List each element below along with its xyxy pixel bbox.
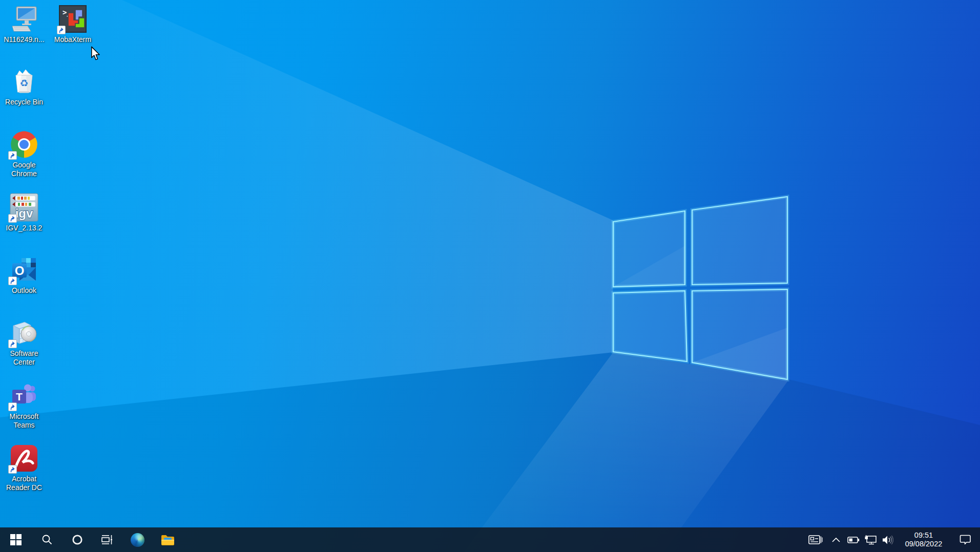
volume-button[interactable] xyxy=(879,527,897,552)
mouse-cursor xyxy=(91,46,101,63)
icon-label: Microsoft Teams xyxy=(1,412,48,429)
recycle-bin-icon: ♻ xyxy=(9,67,39,96)
file-explorer-icon xyxy=(161,534,175,545)
clock-date: 09/08/2022 xyxy=(899,540,948,548)
icon-label: Outlook xyxy=(12,286,36,295)
cortana-button[interactable] xyxy=(62,527,92,552)
shortcut-arrow-icon xyxy=(8,402,17,411)
windows-flag-icon xyxy=(10,534,22,545)
action-center-icon xyxy=(960,535,971,545)
taskbar-empty-area[interactable] xyxy=(183,527,804,552)
svg-text:T: T xyxy=(16,391,23,402)
icon-label: N116249.n... xyxy=(4,35,44,44)
svg-text:O: O xyxy=(15,264,25,278)
search-icon xyxy=(41,534,53,545)
desktop-icon-recycle-bin[interactable]: ♻ Recycle Bin xyxy=(1,67,48,107)
shortcut-arrow-icon xyxy=(8,151,17,160)
system-tray: 09:51 09/08/2022 xyxy=(804,527,980,552)
search-button[interactable] xyxy=(32,527,62,552)
windows-desktop: { "desktop": { "icons": [ { "id": "compu… xyxy=(0,0,980,552)
desktop-icon-acrobat-reader[interactable]: Acrobat Reader DC xyxy=(1,443,48,492)
icon-label: IGV_2.13.2 xyxy=(6,224,43,232)
edge-button[interactable] xyxy=(122,527,153,552)
svg-text:♻: ♻ xyxy=(19,78,28,89)
desktop-icon-outlook[interactable]: O Outlook xyxy=(1,255,48,295)
desktop-icon-computer[interactable]: N116249.n... xyxy=(1,4,48,44)
show-hidden-icons-button[interactable] xyxy=(827,527,845,552)
desktop-icon-mobaxterm[interactable]: >_ MobaXterm xyxy=(49,4,96,44)
desktop-icon-microsoft-teams[interactable]: T Microsoft Teams xyxy=(1,381,48,429)
task-view-icon xyxy=(101,534,113,545)
news-and-interests-button[interactable] xyxy=(804,527,827,552)
news-and-interests-icon xyxy=(808,535,823,545)
file-explorer-button[interactable] xyxy=(153,527,183,552)
taskbar: 09:51 09/08/2022 xyxy=(0,527,980,552)
shortcut-arrow-icon xyxy=(8,465,17,474)
desktop-icon-igv[interactable]: igv IGV_2.13.2 xyxy=(1,193,48,232)
icon-label: Software Center xyxy=(1,349,48,366)
shortcut-arrow-icon xyxy=(8,277,17,285)
desktop-icon-software-center[interactable]: Software Center xyxy=(1,318,48,366)
icon-label: Recycle Bin xyxy=(5,98,43,107)
task-view-button[interactable] xyxy=(92,527,122,552)
desktop-icon-google-chrome[interactable]: Google Chrome xyxy=(1,130,48,178)
battery-icon xyxy=(847,535,860,545)
chevron-up-icon xyxy=(832,538,840,542)
edge-icon xyxy=(131,533,144,547)
svg-text:igv: igv xyxy=(15,206,33,220)
cortana-ring-icon xyxy=(71,534,84,546)
desktop-surface[interactable]: N116249.n... >_ MobaXterm xyxy=(0,0,980,527)
icon-label: MobaXterm xyxy=(54,35,91,44)
taskbar-clock[interactable]: 09:51 09/08/2022 xyxy=(897,531,950,548)
shortcut-arrow-icon xyxy=(8,339,17,348)
shortcut-arrow-icon xyxy=(8,214,17,223)
speaker-icon xyxy=(882,535,893,545)
wired-network-icon xyxy=(865,535,877,545)
clock-time: 09:51 xyxy=(899,531,948,540)
icon-label: Acrobat Reader DC xyxy=(1,475,48,492)
computer-icon xyxy=(9,4,39,34)
shortcut-arrow-icon xyxy=(57,26,66,34)
network-status-button[interactable] xyxy=(862,527,879,552)
start-button[interactable] xyxy=(0,527,32,552)
action-center-button[interactable] xyxy=(950,527,980,552)
battery-status-button[interactable] xyxy=(845,527,862,552)
icon-label: Google Chrome xyxy=(1,161,48,178)
